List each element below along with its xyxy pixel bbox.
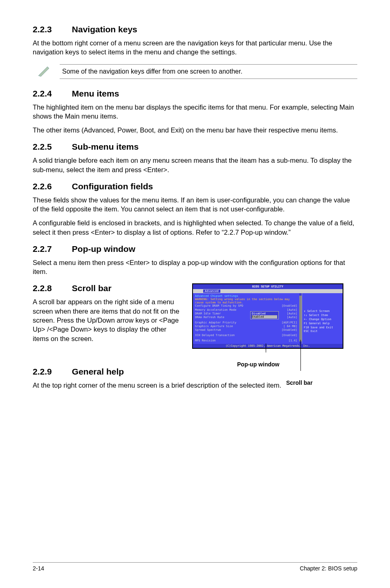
paragraph: At the bottom right corner of a menu scr… bbox=[33, 38, 357, 57]
section-2-2-6: 2.2.6 Configuration fields These fields … bbox=[33, 182, 357, 237]
bios-scrollbar bbox=[299, 293, 302, 344]
note-text: Some of the navigation keys differ from … bbox=[60, 64, 357, 79]
heading-number: 2.2.5 bbox=[33, 142, 69, 152]
heading-number: 2.2.4 bbox=[33, 89, 69, 99]
heading-2-2-4: 2.2.4 Menu items bbox=[33, 89, 357, 99]
bios-tabs: Advanced bbox=[193, 289, 343, 293]
heading-title: Scroll bar bbox=[72, 283, 112, 293]
bios-screenshot: BIOS SETUP UTILITY Advanced Advanced Chi… bbox=[192, 283, 343, 349]
paragraph: The highlighted item on the menu bar dis… bbox=[33, 103, 357, 121]
heading-number: 2.2.3 bbox=[33, 25, 69, 34]
heading-2-2-9: 2.2.9 General help bbox=[33, 367, 357, 377]
page-footer: 2-14 Chapter 2: BIOS setup bbox=[33, 562, 357, 572]
bios-help-line: F10 Save and Exit bbox=[304, 326, 341, 330]
paragraph: A solid triangle before each item on any… bbox=[33, 156, 357, 174]
bios-help-line: ↑↓ Select Item bbox=[304, 314, 341, 318]
callout-line bbox=[300, 340, 301, 371]
section-2-2-4: 2.2.4 Menu items The highlighted item on… bbox=[33, 89, 357, 135]
paragraph: The other items (Advanced, Power, Boot, … bbox=[33, 126, 357, 135]
bios-setting-row: Graphics Aperture Size[ 64 MB] bbox=[195, 325, 297, 328]
chapter-title: Chapter 2: BIOS setup bbox=[300, 565, 357, 572]
paragraph: Select a menu item then press <Enter> to… bbox=[33, 258, 357, 276]
bios-warning: WARNING: Setting wrong values in the sec… bbox=[195, 298, 297, 304]
bios-help-line: +- Change Option bbox=[304, 318, 341, 322]
bios-setting-row: Spread Spectrum[Enabled] bbox=[195, 328, 297, 332]
heading-title: Navigation keys bbox=[72, 25, 137, 34]
heading-number: 2.2.9 bbox=[33, 367, 69, 377]
bios-popup: Disabled Enabled bbox=[250, 311, 279, 319]
bios-tab-advanced: Advanced bbox=[203, 290, 220, 293]
bios-help-line: F1 General Help bbox=[304, 322, 341, 326]
paragraph: A scroll bar appears on the right side o… bbox=[33, 297, 184, 343]
heading-number: 2.2.7 bbox=[33, 244, 69, 254]
section-2-2-9: 2.2.9 General help At the top right corn… bbox=[33, 367, 357, 390]
bios-help-line: ↕ Select Screen bbox=[304, 310, 341, 314]
heading-2-2-6: 2.2.6 Configuration fields bbox=[33, 182, 357, 191]
page-number: 2-14 bbox=[33, 565, 44, 572]
section-2-2-5: 2.2.5 Sub-menu items A solid triangle be… bbox=[33, 142, 357, 174]
section-2-2-7: 2.2.7 Pop-up window Select a menu item t… bbox=[33, 244, 357, 276]
bios-setting-row: Graphic Adapter Priority[AGP/PCI] bbox=[195, 321, 297, 325]
heading-title: Configuration fields bbox=[72, 182, 153, 191]
section-2-2-3: 2.2.3 Navigation keys At the bottom righ… bbox=[33, 25, 357, 81]
bios-setting-row: DRAM Idle Timer[Auto] bbox=[195, 312, 297, 316]
heading-2-2-8: 2.2.8 Scroll bar bbox=[33, 283, 184, 293]
pencil-icon bbox=[33, 62, 56, 81]
heading-2-2-3: 2.2.3 Navigation keys bbox=[33, 25, 357, 34]
popup-window-label: Pop-up window bbox=[237, 361, 279, 368]
bios-setting-row: Configure DRAM Timing by SPD[Enabled] bbox=[195, 304, 297, 308]
heading-title: General help bbox=[72, 367, 124, 376]
bios-popup-option-selected: Enabled bbox=[252, 315, 277, 319]
bios-help-panel: ↕ Select Screen ↑↓ Select Item +- Change… bbox=[302, 293, 343, 344]
bios-title: BIOS SETUP UTILITY bbox=[193, 284, 343, 289]
heading-title: Menu items bbox=[72, 89, 119, 98]
note-box: Some of the navigation keys differ from … bbox=[33, 62, 357, 81]
heading-2-2-5: 2.2.5 Sub-menu items bbox=[33, 142, 357, 152]
bios-figure-container: BIOS SETUP UTILITY Advanced Advanced Chi… bbox=[192, 283, 357, 349]
bios-subtitle: Advanced Chipset settings bbox=[195, 294, 297, 298]
scroll-bar-label: Scroll bar bbox=[286, 379, 313, 386]
bios-help-line: ESC Exit bbox=[304, 330, 341, 334]
heading-title: Sub-menu items bbox=[72, 142, 139, 151]
bios-copyright: (C)Copyright 1985-2002, American Megatre… bbox=[193, 344, 343, 348]
bios-main-panel: Advanced Chipset settings WARNING: Setti… bbox=[193, 293, 299, 344]
heading-number: 2.2.8 bbox=[33, 283, 69, 293]
bios-popup-option: Disabled bbox=[252, 312, 277, 315]
section-2-2-8-row: 2.2.8 Scroll bar A scroll bar appears on… bbox=[33, 283, 357, 350]
bios-setting-row: Memory Acceleration Mode[Auto] bbox=[195, 308, 297, 312]
bios-setting-row: ICH Delayed Transaction[Enabled] bbox=[195, 334, 297, 337]
heading-title: Pop-up window bbox=[72, 244, 135, 254]
section-2-2-8: 2.2.8 Scroll bar A scroll bar appears on… bbox=[33, 283, 184, 343]
paragraph: A configurable field is enclosed in brac… bbox=[33, 218, 357, 237]
bios-setting-row: MPS Revision[1.4] bbox=[195, 339, 297, 343]
bios-setting-row: DRAm Refresh Rate[Auto] bbox=[195, 316, 297, 319]
paragraph: These fields show the values for the men… bbox=[33, 195, 357, 214]
heading-number: 2.2.6 bbox=[33, 182, 69, 191]
callout-line bbox=[266, 343, 266, 352]
heading-2-2-7: 2.2.7 Pop-up window bbox=[33, 244, 357, 254]
